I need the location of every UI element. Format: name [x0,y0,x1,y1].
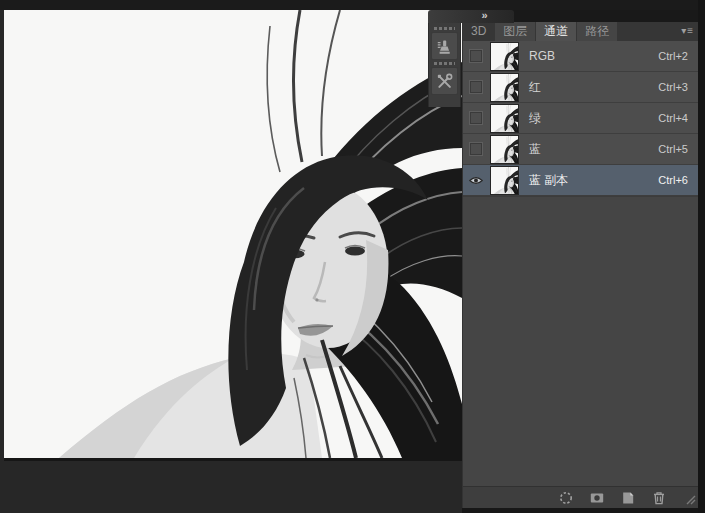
channel-thumbnail[interactable] [490,166,519,195]
visibility-toggle[interactable] [469,80,483,94]
delete-channel-button[interactable] [650,489,668,507]
channel-shortcut: Ctrl+5 [658,143,688,155]
mask-icon [589,490,605,506]
tab-layers[interactable]: 图层 [495,22,535,41]
visibility-toggle[interactable] [469,111,483,125]
channel-shortcut: Ctrl+6 [658,174,688,186]
visibility-toggle[interactable] [469,173,483,187]
tab-3d[interactable]: 3D [463,22,494,41]
create-new-channel-button[interactable] [619,489,637,507]
channel-row-red[interactable]: 红 Ctrl+3 [463,72,698,103]
channel-row-green[interactable]: 绿 Ctrl+4 [463,103,698,134]
photoshop-workspace: » 3D 图层 通道 路径 ▾≡ RGB Ctrl+2 [0,0,705,513]
load-channel-as-selection-button[interactable] [557,489,575,507]
channel-shortcut: Ctrl+4 [658,112,688,124]
channel-shortcut: Ctrl+3 [658,81,688,93]
tools-panel-button[interactable] [431,67,458,95]
channel-thumbnail[interactable] [490,73,519,102]
channel-thumbnail[interactable] [490,104,519,133]
visibility-toggle[interactable] [469,49,483,63]
channel-name: 红 [529,79,658,96]
panel-tab-bar: 3D 图层 通道 路径 ▾≡ [463,22,698,41]
panel-bottom-gap [462,508,698,513]
new-page-icon [620,490,636,506]
panel-menu-icon[interactable]: ▾≡ [681,24,694,38]
channel-row-rgb[interactable]: RGB Ctrl+2 [463,41,698,72]
dock-label-text [434,62,455,65]
channel-list-empty-area [463,196,698,486]
dashed-circle-icon [558,490,574,506]
collapse-panels-button[interactable]: » [428,10,514,23]
tab-paths[interactable]: 路径 [577,22,617,41]
tab-channels[interactable]: 通道 [536,22,576,41]
channel-name: 蓝 副本 [529,172,658,189]
double-chevron-icon: » [481,9,486,21]
crossed-tools-icon [435,72,454,91]
channel-row-blue-copy[interactable]: 蓝 副本 Ctrl+6 [463,165,698,196]
channel-name: 绿 [529,110,658,127]
save-selection-as-channel-button[interactable] [588,489,606,507]
dock-label-text [434,27,455,30]
clone-source-panel-button[interactable] [431,32,458,60]
channel-thumbnail[interactable] [490,135,519,164]
eye-icon [469,175,483,186]
panel-resize-grip[interactable] [684,493,696,505]
window-right-strip [698,0,705,513]
channel-shortcut: Ctrl+2 [658,50,688,62]
channels-panel: 3D 图层 通道 路径 ▾≡ RGB Ctrl+2 红 Ctrl+3 绿 [462,22,698,508]
channel-thumbnail[interactable] [490,42,519,71]
portrait-photo [4,10,462,458]
channel-name: RGB [529,49,658,63]
panel-footer [463,486,698,508]
clone-stamp-icon [435,37,454,56]
channel-list: RGB Ctrl+2 红 Ctrl+3 绿 Ctrl+4 蓝 Ctrl+5 [463,41,698,196]
document-canvas[interactable] [4,10,462,458]
visibility-toggle[interactable] [469,142,483,156]
trash-icon [651,490,667,506]
window-top-strip [0,0,705,10]
channel-name: 蓝 [529,141,658,158]
collapsed-panel-dock [428,23,461,107]
channel-row-blue[interactable]: 蓝 Ctrl+5 [463,134,698,165]
